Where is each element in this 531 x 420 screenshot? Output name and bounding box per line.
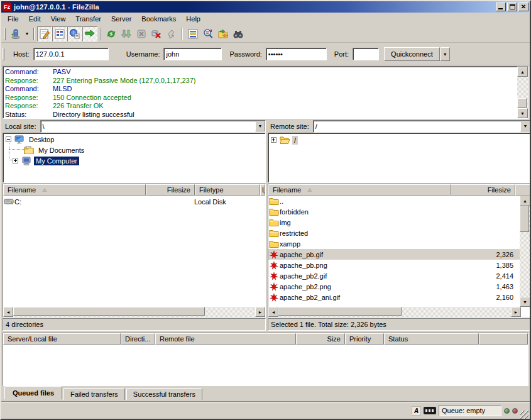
quickconnect-dropdown[interactable]: ▼ <box>441 47 450 61</box>
queue-column-direction[interactable]: Directi... <box>121 333 155 345</box>
queue-body[interactable] <box>3 345 528 385</box>
process-queue-button[interactable] <box>119 26 134 41</box>
maximize-button[interactable] <box>507 3 517 11</box>
password-input[interactable] <box>266 48 327 60</box>
reconnect-button[interactable] <box>164 26 179 41</box>
disconnect-button[interactable] <box>149 26 164 41</box>
scroll-left-icon[interactable]: ◄ <box>3 307 13 317</box>
site-manager-button[interactable] <box>8 26 23 41</box>
remote-horizontal-scrollbar[interactable]: ◄ ► <box>268 307 521 317</box>
local-file-row[interactable]: C: Local Disk <box>3 196 265 207</box>
log-line: Command:MLSD <box>5 85 517 94</box>
remote-folder-row[interactable]: img <box>268 217 520 228</box>
local-column-filetype[interactable]: Filetype <box>195 184 260 196</box>
remote-file-row[interactable]: apache_pb2.png1,463 <box>268 281 520 292</box>
find-files-button[interactable] <box>231 26 246 41</box>
username-input[interactable] <box>163 48 222 60</box>
remote-column-filesize[interactable]: Filesize <box>451 184 515 196</box>
queue-column-status[interactable]: Status <box>384 333 479 345</box>
local-directory-tree[interactable]: Desktop My Documents My Computer <box>3 133 266 183</box>
local-file-rows[interactable]: C: Local Disk <box>3 196 265 307</box>
minimize-button[interactable] <box>496 3 506 11</box>
local-hscroll-thumb[interactable] <box>13 307 205 316</box>
tree-item-my-computer[interactable]: My Computer <box>13 155 79 166</box>
menu-edit[interactable]: Edit <box>24 14 46 24</box>
remote-site-combo[interactable]: / ▼ <box>313 120 531 133</box>
local-column-filesize[interactable]: Filesize <box>146 184 195 196</box>
expand-icon[interactable] <box>13 158 18 163</box>
queue-column-server-local-file[interactable]: Server/Local file <box>3 333 121 345</box>
remote-folder-row[interactable]: forbidden <box>268 206 520 217</box>
site-manager-dropdown[interactable]: ▼ <box>23 26 31 41</box>
remote-folder-row[interactable]: restricted <box>268 228 520 238</box>
remote-tree-icon <box>69 28 80 40</box>
queue-column-size[interactable]: Size <box>296 333 345 345</box>
toggle-remote-tree-button[interactable] <box>67 26 82 41</box>
queue-column-priority[interactable]: Priority <box>345 333 384 345</box>
toggle-transfer-queue-button[interactable] <box>82 26 97 41</box>
toggle-message-log-button[interactable] <box>37 26 52 41</box>
tree-item-root[interactable]: / <box>271 135 298 145</box>
tree-item-desktop[interactable]: Desktop <box>6 134 56 145</box>
filter-button[interactable] <box>185 26 200 41</box>
host-input[interactable] <box>33 48 109 60</box>
remote-file-row[interactable]: apache_pb2_ani.gif2,160 <box>268 292 520 302</box>
remote-column-filename[interactable]: Filename <box>268 184 451 196</box>
port-input[interactable] <box>353 48 379 60</box>
image-file-icon <box>268 272 280 280</box>
toolbar-gripper[interactable] <box>4 28 6 40</box>
message-log-icon <box>39 28 50 40</box>
remote-vertical-scrollbar[interactable]: ▲ ▼ <box>520 196 530 307</box>
directory-comparison-button[interactable] <box>200 26 216 41</box>
local-column-last-modified[interactable]: L <box>260 184 265 196</box>
image-file-icon <box>268 282 280 291</box>
resize-grip[interactable] <box>520 411 528 419</box>
quickconnect-button[interactable]: Quickconnect <box>384 47 440 61</box>
quickconnect-gripper[interactable] <box>3 48 4 60</box>
menu-bookmarks[interactable]: Bookmarks <box>136 14 181 24</box>
cancel-operation-button[interactable] <box>134 26 149 41</box>
collapse-icon[interactable] <box>6 136 11 142</box>
tab-queued-files[interactable]: Queued files <box>4 386 62 399</box>
log-scroll-thumb[interactable] <box>517 98 527 108</box>
local-horizontal-scrollbar[interactable]: ◄ ► <box>3 307 265 317</box>
remote-folder-row[interactable]: xampp <box>268 238 520 249</box>
remote-vscroll-thumb[interactable] <box>520 206 529 232</box>
menu-help[interactable]: Help <box>181 14 205 24</box>
scroll-right-icon[interactable]: ► <box>511 307 521 317</box>
chevron-down-icon[interactable]: ▼ <box>255 121 265 131</box>
synchronized-browsing-button[interactable] <box>216 26 231 41</box>
remote-file-rows[interactable]: .. forbidden img restricted xampp apache… <box>268 196 520 307</box>
tab-failed-transfers[interactable]: Failed transfers <box>63 388 125 400</box>
remote-file-row[interactable]: apache_pb.png1,385 <box>268 260 520 270</box>
tab-successful-transfers[interactable]: Successful transfers <box>126 388 202 400</box>
menu-transfer[interactable]: Transfer <box>70 14 106 24</box>
close-button[interactable]: ✕ <box>518 3 528 11</box>
tree-item-my-documents[interactable]: My Documents <box>23 145 86 155</box>
queue-column-remote-file[interactable]: Remote file <box>155 333 296 345</box>
local-site-combo[interactable]: \ ▼ <box>40 120 266 133</box>
toggle-local-tree-button[interactable] <box>52 26 67 41</box>
menu-view[interactable]: View <box>46 14 71 24</box>
refresh-button[interactable] <box>104 26 119 41</box>
remote-folder-row[interactable]: .. <box>268 196 520 206</box>
menu-file[interactable]: File <box>3 14 24 24</box>
remote-file-row[interactable]: apache_pb2.gif2,414 <box>268 270 520 281</box>
log-line: Response:150 Connection accepted <box>5 94 517 102</box>
menu-server[interactable]: Server <box>106 14 136 24</box>
sync-browsing-icon <box>217 28 229 40</box>
scroll-down-icon[interactable]: ▼ <box>517 108 528 118</box>
scroll-right-icon[interactable]: ► <box>255 307 265 317</box>
scroll-up-icon[interactable]: ▲ <box>520 196 530 206</box>
chevron-down-icon[interactable]: ▼ <box>520 121 530 131</box>
scroll-down-icon[interactable]: ▼ <box>520 297 530 307</box>
scroll-up-icon[interactable]: ▲ <box>517 67 528 77</box>
remote-file-row-selected[interactable]: apache_pb.gif2,326 <box>268 249 520 260</box>
log-scrollbar[interactable]: ▲ ▼ <box>517 67 528 118</box>
expand-icon[interactable] <box>271 137 276 143</box>
scroll-left-icon[interactable]: ◄ <box>268 307 278 317</box>
remote-directory-tree[interactable]: / <box>268 133 531 183</box>
local-column-filename[interactable]: Filename <box>3 184 146 196</box>
titlebar[interactable]: Fz john@127.0.0.1 - FileZilla ✕ <box>1 1 530 13</box>
remote-hscroll-thumb[interactable] <box>278 307 402 316</box>
